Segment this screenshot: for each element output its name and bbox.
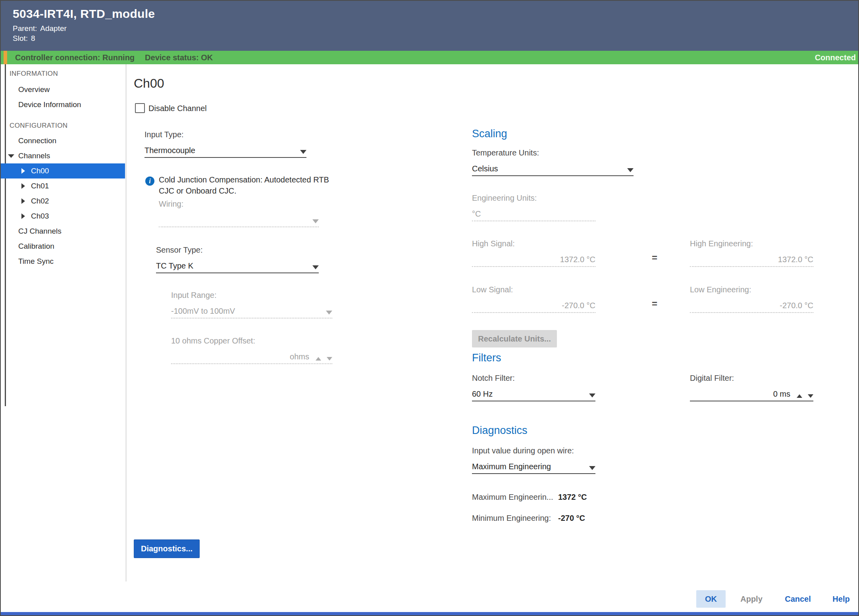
spin-up-button[interactable] [797,394,802,398]
temperature-units-label: Temperature Units: [472,148,634,157]
sidebar-item-ch03[interactable]: Ch03 [1,209,125,224]
sidebar-item-ch01[interactable]: Ch01 [1,178,125,194]
section-header-configuration: CONFIGURATION [1,118,125,133]
info-icon: i [145,177,154,186]
input-type-combo: Input Type: Thermocouple [144,130,306,158]
device-information-label: Device Information [1,100,81,109]
equals-sign: = [652,298,657,309]
sidebar-item-cj-channels[interactable]: CJ Channels [1,224,125,239]
sensor-type-label: Sensor Type: [156,246,319,255]
chevron-down-icon [312,219,319,223]
low-engineering-label: Low Engineering: [690,285,813,294]
connected-status: Connected [815,53,856,62]
high-engineering-field: 1372.0 °C [690,251,813,267]
sidebar-item-connection[interactable]: Connection [1,133,125,148]
input-range-combo: Input Range: -100mV to 100mV [171,291,332,319]
spin-down-button[interactable] [808,394,813,398]
copper-offset-spin [316,357,332,361]
high-signal-value: 1372.0 °C [560,255,595,264]
max-engineering-label: Maximum Engineerin... [472,493,553,502]
input-type-label: Input Type: [144,130,306,139]
high-signal-label: High Signal: [472,239,595,248]
sidebar-item-channels[interactable]: Channels [1,148,125,163]
equals-sign: = [652,252,657,263]
open-wire-value: Maximum Engineering [472,462,551,471]
low-signal-label: Low Signal: [472,285,595,294]
input-range-label: Input Range: [171,291,332,300]
engineering-units-value: °C [472,209,481,219]
chevron-down-icon [312,265,319,269]
diagnostics-heading: Diagnostics [472,424,528,437]
chevron-down-icon [300,150,306,154]
configuration-header-label: CONFIGURATION [1,122,68,130]
open-wire-label: Input value during open wire: [472,446,595,455]
warning-strip-icon [4,51,7,64]
low-engineering-combo: Low Engineering: -270.0 °C [690,285,813,313]
wiring-combo: Wiring: [159,200,319,227]
sidebar-item-time-sync[interactable]: Time Sync [1,254,125,269]
low-engineering-field: -270.0 °C [690,297,813,313]
module-config-window: 5034-IRT4I, RTD_module Parent:Adapter Sl… [0,0,859,616]
bottom-strip [1,612,858,615]
controller-connection-status: Controller connection: Running [15,53,135,62]
high-engineering-combo: High Engineering: 1372.0 °C [690,239,813,267]
chevron-down-icon [589,393,595,397]
help-button[interactable]: Help [826,590,856,608]
ch03-label: Ch03 [1,212,49,221]
digital-filter-stepper[interactable]: 0 ms [690,385,813,401]
open-wire-select[interactable]: Maximum Engineering [472,458,595,474]
ch00-label: Ch00 [1,167,49,175]
status-bar: Controller connection: Running Device st… [1,51,858,64]
sidebar-item-ch02[interactable]: Ch02 [1,194,125,209]
low-engineering-value: -270.0 °C [780,301,813,310]
temperature-units-select[interactable]: Celsius [472,160,634,176]
parent-value: Adapter [40,24,67,33]
chevron-down-icon [326,311,332,315]
scaling-heading: Scaling [472,128,507,140]
disable-channel-checkbox[interactable] [135,103,145,113]
copper-offset-stepper: ohms [171,348,332,364]
digital-filter-label: Digital Filter: [690,374,813,383]
page-title: Ch00 [134,76,164,91]
input-type-select[interactable]: Thermocouple [144,142,306,158]
max-engineering-value: 1372 °C [558,493,587,502]
filters-heading: Filters [472,352,501,364]
overview-label: Overview [1,85,50,94]
high-signal-field: 1372.0 °C [472,251,595,267]
diagnostics-button[interactable]: Diagnostics... [134,539,200,558]
copper-offset-combo: 10 ohms Copper Offset: ohms [171,336,332,364]
cj-channels-label: CJ Channels [1,227,62,236]
min-engineering-value: -270 °C [558,514,585,523]
low-signal-combo: Low Signal: -270.0 °C [472,285,595,313]
sensor-type-combo: Sensor Type: TC Type K [156,246,319,273]
sensor-type-select[interactable]: TC Type K [156,257,319,273]
high-engineering-label: High Engineering: [690,239,813,248]
slot-line: Slot:8 [13,34,858,43]
window-header: 5034-IRT4I, RTD_module Parent:Adapter Sl… [1,1,858,51]
sidebar-divider [126,64,126,581]
ch01-label: Ch01 [1,182,49,190]
engineering-units-combo: Engineering Units: °C [472,194,595,221]
notch-filter-combo: Notch Filter: 60 Hz [472,374,595,401]
engineering-units-label: Engineering Units: [472,194,595,203]
sidebar-item-overview[interactable]: Overview [1,82,125,97]
low-signal-field: -270.0 °C [472,297,595,313]
sidebar-item-calibration[interactable]: Calibration [1,239,125,254]
cancel-button[interactable]: Cancel [780,590,816,608]
recalculate-units-button: Recalculate Units... [472,330,557,347]
digital-filter-value: 0 ms [773,390,790,399]
chevron-down-icon [627,168,634,172]
digital-filter-combo: Digital Filter: 0 ms [690,374,813,401]
sidebar-item-ch00[interactable]: Ch00 [1,163,125,178]
information-header-label: INFORMATION [1,70,58,78]
wiring-select [159,211,319,227]
sidebar-item-device-information[interactable]: Device Information [1,97,125,112]
high-signal-combo: High Signal: 1372.0 °C [472,239,595,267]
temperature-units-combo: Temperature Units: Celsius [472,148,634,176]
input-range-value: -100mV to 100mV [171,307,235,316]
ok-button[interactable]: OK [696,590,726,608]
apply-button: Apply [734,590,768,608]
notch-filter-select[interactable]: 60 Hz [472,385,595,401]
chevron-expanded-icon [8,154,14,158]
calibration-label: Calibration [1,242,54,251]
